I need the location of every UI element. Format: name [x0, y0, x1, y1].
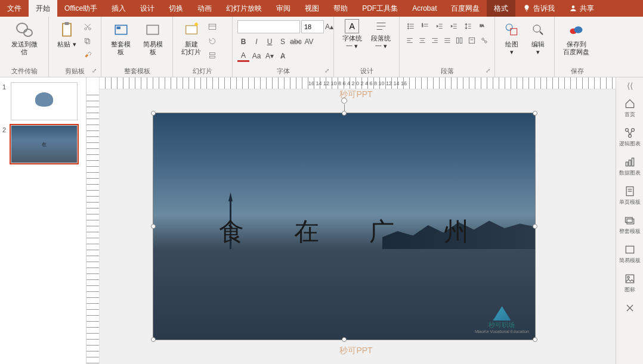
- new-slide-button[interactable]: 新建 幻灯片: [177, 18, 206, 66]
- change-case-button[interactable]: Aa: [251, 50, 262, 62]
- image-icon: [624, 273, 636, 285]
- clipboard-launcher[interactable]: ⤢: [90, 67, 98, 76]
- resize-handle-br[interactable]: [533, 337, 537, 342]
- text-direction-button[interactable]: IIA: [476, 20, 489, 32]
- font-color-button[interactable]: A: [237, 50, 249, 62]
- resize-handle-tl[interactable]: [151, 111, 156, 116]
- group-slides: 幻灯片: [173, 67, 232, 76]
- indent-dec-button[interactable]: [433, 20, 446, 32]
- resize-handle-bl[interactable]: [151, 337, 156, 342]
- svg-point-63: [574, 26, 583, 33]
- shapes-icon: [504, 22, 520, 38]
- editing-button[interactable]: 编辑 ▾: [525, 18, 551, 66]
- tab-help[interactable]: 帮助: [326, 0, 355, 17]
- font-family-select[interactable]: [237, 20, 300, 33]
- svg-rect-69: [632, 158, 633, 166]
- share-button[interactable]: 共享: [562, 0, 601, 17]
- side-logic-chart[interactable]: 逻辑图表: [616, 123, 643, 151]
- underline-button[interactable]: U: [264, 36, 276, 48]
- tab-file[interactable]: 文件: [0, 0, 29, 17]
- italic-button[interactable]: I: [251, 36, 262, 48]
- tab-transition[interactable]: 切换: [162, 0, 190, 17]
- tab-slideshow[interactable]: 幻灯片放映: [219, 0, 269, 17]
- smartart-button[interactable]: [478, 35, 490, 46]
- home-icon: [624, 98, 636, 110]
- tab-baidu-disk[interactable]: 百度网盘: [444, 0, 487, 17]
- char-spacing-button[interactable]: AV: [303, 36, 315, 48]
- line-spacing-button[interactable]: [462, 20, 475, 32]
- save-baidu-button[interactable]: 保存到 百度网盘: [558, 18, 594, 66]
- thumbnail-2[interactable]: 2在: [2, 125, 84, 163]
- layout-button[interactable]: [206, 20, 219, 33]
- justify-button[interactable]: [441, 35, 453, 46]
- drawing-button[interactable]: 绘图 ▾: [499, 18, 525, 66]
- section-button[interactable]: [206, 49, 219, 62]
- numbering-button[interactable]: 12: [419, 20, 432, 32]
- group-font: 字体⤢: [233, 67, 333, 76]
- reset-button[interactable]: [206, 35, 219, 48]
- para-unify-button[interactable]: 段落统一 ▾: [367, 18, 396, 54]
- simple-template-button[interactable]: 简易模板: [137, 18, 169, 66]
- side-home[interactable]: 首页: [616, 94, 643, 122]
- columns-button[interactable]: [454, 35, 465, 46]
- person-icon: [569, 4, 577, 13]
- group-clipboard: 剪贴板⤢: [49, 67, 101, 76]
- tab-view[interactable]: 视图: [298, 0, 326, 17]
- format-painter-button[interactable]: [81, 49, 94, 62]
- tab-review[interactable]: 审阅: [269, 0, 298, 17]
- slide-canvas[interactable]: 秒可PPT 食 在 广 州 秒可职场MiaoKe Vocational Educ…: [153, 95, 559, 363]
- strike-button[interactable]: abc: [290, 36, 302, 48]
- thumbnail-1[interactable]: 1: [2, 82, 84, 120]
- shadow-button[interactable]: S: [277, 36, 289, 48]
- resize-handle-tm[interactable]: [342, 111, 347, 116]
- tab-design[interactable]: 设计: [133, 0, 162, 17]
- side-data-chart[interactable]: 数据图表: [616, 153, 643, 181]
- rotate-handle[interactable]: [341, 98, 347, 104]
- resize-handle-mr[interactable]: [533, 224, 537, 229]
- indent-inc-button[interactable]: [447, 20, 460, 32]
- cut-button[interactable]: [81, 20, 94, 33]
- tab-acrobat[interactable]: Acrobat: [405, 0, 444, 17]
- side-more[interactable]: [616, 298, 643, 318]
- grow-font-button[interactable]: A▴: [325, 21, 333, 33]
- font-unify-button[interactable]: A字体统一 ▾: [338, 18, 367, 54]
- edit-area[interactable]: 16 14 12 10 8 6 4 2 0 2 4 6 8 10 12 14 1…: [100, 77, 616, 364]
- resize-handle-bm[interactable]: [342, 337, 347, 342]
- selected-image[interactable]: 食 在 广 州 秒可职场MiaoKe Vocational Education: [153, 113, 535, 340]
- copy-button[interactable]: [81, 35, 94, 48]
- tab-home[interactable]: 开始: [29, 0, 57, 17]
- bold-button[interactable]: B: [237, 36, 249, 48]
- resize-handle-ml[interactable]: [151, 224, 156, 229]
- side-simple-template[interactable]: 简易模板: [616, 240, 643, 268]
- collapse-panel-button[interactable]: ⟨⟨: [627, 81, 633, 93]
- shrink-font-button[interactable]: A▾: [264, 50, 276, 62]
- paste-button[interactable]: 粘贴 ▾: [52, 18, 81, 66]
- side-single-template[interactable]: 单页模板: [616, 182, 643, 210]
- tab-format[interactable]: 格式: [487, 0, 515, 17]
- paragraph-launcher[interactable]: ⤢: [484, 67, 492, 76]
- tab-pdf-tools[interactable]: PDF工具集: [355, 0, 405, 17]
- align-text-button[interactable]: [466, 35, 478, 46]
- align-right-button[interactable]: [429, 35, 440, 46]
- watermark-bottom: 秒可PPT: [339, 346, 372, 364]
- svg-rect-53: [469, 38, 474, 43]
- tab-office-assist[interactable]: Office助手: [57, 0, 104, 17]
- resize-handle-tr[interactable]: [533, 111, 537, 116]
- tell-me[interactable]: 告诉我: [515, 0, 562, 17]
- font-size-select[interactable]: [301, 20, 324, 33]
- svg-rect-9: [147, 25, 159, 34]
- clear-format-button[interactable]: A̷: [277, 50, 289, 62]
- bulb-icon: [523, 4, 531, 13]
- side-icons[interactable]: 图标: [616, 269, 643, 297]
- tab-insert[interactable]: 插入: [104, 0, 133, 17]
- side-full-template[interactable]: 整套模板: [616, 211, 643, 239]
- align-center-button[interactable]: [417, 35, 428, 46]
- font-launcher[interactable]: ⤢: [323, 67, 331, 76]
- send-to-wechat-button[interactable]: 发送到微信: [4, 18, 45, 66]
- tab-animation[interactable]: 动画: [190, 0, 219, 17]
- svg-point-22: [407, 28, 409, 29]
- align-left-button[interactable]: [404, 35, 416, 46]
- new-slide-icon: [183, 21, 200, 38]
- bullets-button[interactable]: [404, 20, 418, 32]
- full-template-button[interactable]: 整套模板: [105, 18, 137, 66]
